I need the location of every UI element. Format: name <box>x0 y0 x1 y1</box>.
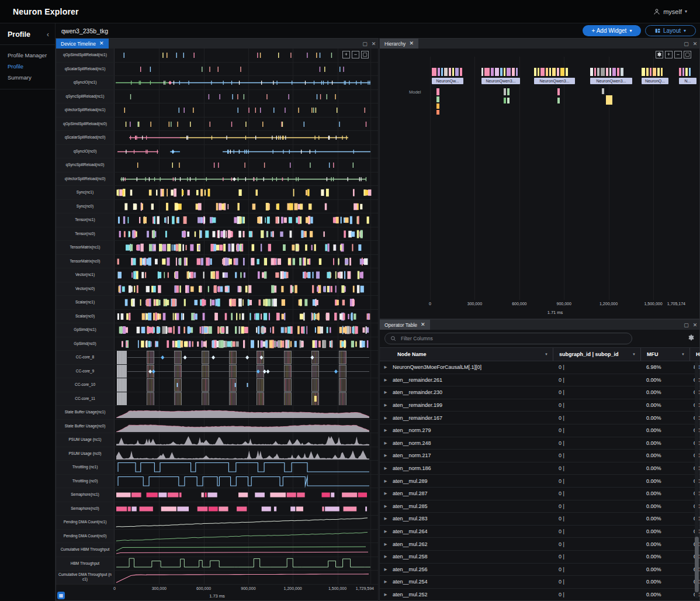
track-canvas[interactable] <box>115 49 374 62</box>
table-row[interactable]: ▶aten__norm.2480 |0.00%0.0 <box>380 437 699 450</box>
table-row[interactable]: ▶aten__mul.2620 |0.00%0.0 <box>380 538 699 551</box>
expand-row-icon[interactable]: ▶ <box>380 529 391 534</box>
scrollbar-thumb[interactable] <box>695 537 699 592</box>
profile-doc-tab[interactable]: qwen3_235b_tkg <box>56 27 114 34</box>
track-canvas[interactable] <box>115 213 374 227</box>
hierarchy-op-block[interactable] <box>566 68 568 76</box>
table-row[interactable]: ▶aten__mul.2640 |0.00%0.0 <box>380 526 699 538</box>
tab-operator-table[interactable]: Operator Table ✕ <box>380 320 430 330</box>
hierarchy-op-block[interactable] <box>653 68 656 76</box>
track-label[interactable]: qSyncIO(nc1) <box>56 76 115 89</box>
track-canvas[interactable] <box>115 420 374 433</box>
expand-row-icon[interactable]: ▶ <box>380 416 391 420</box>
track-label[interactable]: qScalarSpillReload(nc0) <box>56 131 115 144</box>
expand-row-icon[interactable]: ▶ <box>380 403 391 407</box>
table-row[interactable]: ▶aten__remainder.1670 |0.00%0.0 <box>380 412 699 424</box>
hierarchy-sub-block[interactable] <box>557 98 560 103</box>
hierarchy-op-block[interactable] <box>557 68 559 76</box>
track-canvas[interactable] <box>115 76 374 89</box>
track-canvas[interactable] <box>115 118 374 131</box>
maximize-panel-icon[interactable]: ▢ <box>361 39 369 49</box>
track-label[interactable]: Cumulative HBM Throughput <box>56 543 115 557</box>
track-canvas[interactable] <box>115 103 374 117</box>
hierarchy-op-block[interactable] <box>507 68 511 76</box>
hierarchy-sub-block[interactable] <box>436 88 439 95</box>
table-row[interactable]: ▶aten__mul.2870 |0.00%0.0 <box>380 488 699 500</box>
track-label[interactable]: qGpSimdSpillReload(nc1) <box>56 49 115 62</box>
track-label[interactable]: Pending DMA Count(nc1) <box>56 516 115 529</box>
track-canvas[interactable] <box>115 186 374 199</box>
sidebar-item-profile[interactable]: Profile <box>0 61 55 72</box>
hierarchy-op-block[interactable] <box>642 68 645 76</box>
track-label[interactable]: qVectorSpillReload(nc1) <box>56 103 115 117</box>
track-label[interactable]: qSyncIO(nc0) <box>56 145 115 158</box>
track-canvas[interactable] <box>115 90 374 103</box>
track-canvas[interactable] <box>115 296 374 309</box>
track-canvas[interactable] <box>115 63 374 76</box>
close-tab-icon[interactable]: ✕ <box>409 41 414 46</box>
expand-row-icon[interactable]: ▶ <box>380 579 391 584</box>
close-panel-icon[interactable]: ✕ <box>691 39 699 49</box>
hierarchy-op-block[interactable] <box>657 68 660 76</box>
sort-icon[interactable]: ▼ <box>632 353 636 356</box>
hierarchy-op-block[interactable] <box>504 68 505 76</box>
expand-row-icon[interactable]: ▶ <box>380 365 391 369</box>
expand-row-icon[interactable]: ▶ <box>380 554 391 559</box>
sidebar-item-profile-manager[interactable]: Profile Manager <box>0 50 55 61</box>
track-canvas[interactable] <box>115 200 374 213</box>
fit-view-button[interactable]: ▢ <box>684 51 691 58</box>
hierarchy-sub-block[interactable] <box>436 110 439 115</box>
table-row[interactable]: ▶aten__mul.2520 |0.00%0.0 <box>380 589 699 600</box>
hierarchy-op-block[interactable] <box>606 68 608 76</box>
track-label[interactable]: CC-core_11 <box>56 392 115 406</box>
hierarchy-node-label[interactable]: NeuronQ... <box>642 78 668 84</box>
track-canvas[interactable] <box>115 571 374 584</box>
hierarchy-op-block[interactable] <box>481 68 483 76</box>
hierarchy-op-block[interactable] <box>612 68 616 76</box>
hierarchy-sub-block[interactable] <box>507 98 510 103</box>
hierarchy-op-block[interactable] <box>455 68 459 76</box>
track-label[interactable]: Cumulative DMA Throughput (nc1) <box>56 571 115 584</box>
track-canvas[interactable] <box>115 255 374 268</box>
track-label[interactable]: Vector(nc1) <box>56 268 115 282</box>
track-label[interactable]: GpSimd(nc1) <box>56 323 115 337</box>
column-header-node-name[interactable]: Node Name ▼ <box>391 348 553 361</box>
expand-row-icon[interactable]: ▶ <box>380 542 391 547</box>
hierarchy-op-block[interactable] <box>682 68 684 76</box>
hierarchy-op-block[interactable] <box>552 68 556 76</box>
track-canvas[interactable] <box>115 378 374 392</box>
hierarchy-sub-block[interactable] <box>606 95 612 105</box>
expand-row-icon[interactable]: ▶ <box>380 390 391 395</box>
hierarchy-node-label[interactable]: NeuronQwen3... <box>481 78 520 84</box>
track-canvas[interactable] <box>115 310 374 323</box>
hierarchy-sub-block[interactable] <box>557 88 560 95</box>
hierarchy-op-block[interactable] <box>540 68 545 76</box>
track-label[interactable]: Semaphore(nc1) <box>56 488 115 502</box>
hierarchy-op-block[interactable] <box>444 68 448 76</box>
hierarchy-sub-block[interactable] <box>436 96 439 102</box>
track-canvas[interactable] <box>115 475 374 488</box>
track-label[interactable]: CC-core_8 <box>56 351 115 364</box>
track-label[interactable]: qSyncSpillReload(nc1) <box>56 90 115 103</box>
track-canvas[interactable] <box>115 365 374 378</box>
column-header-mfu[interactable]: MFU ▼ <box>640 348 689 361</box>
track-label[interactable]: CC-core_9 <box>56 365 115 378</box>
column-header-hf[interactable]: HF <box>689 348 700 361</box>
track-label[interactable]: CC-core_10 <box>56 378 115 392</box>
hierarchy-op-block[interactable] <box>590 68 593 76</box>
track-label[interactable]: qScalarSpillReload(nc1) <box>56 63 115 76</box>
hierarchy-op-block[interactable] <box>495 68 499 76</box>
hierarchy-op-block[interactable] <box>601 68 605 76</box>
track-canvas[interactable] <box>115 337 374 351</box>
expand-row-icon[interactable]: ▶ <box>380 466 391 471</box>
filter-columns-input[interactable] <box>400 335 626 342</box>
hierarchy-node-label[interactable]: N... <box>679 78 696 84</box>
track-canvas[interactable] <box>115 351 374 364</box>
track-canvas[interactable] <box>115 502 374 516</box>
hierarchy-op-block[interactable] <box>689 68 691 76</box>
hierarchy-op-block[interactable] <box>449 68 451 76</box>
table-row[interactable]: ▶aten__remainder.2610 |0.00%0.0 <box>380 374 699 387</box>
track-canvas[interactable] <box>115 530 374 543</box>
track-canvas[interactable] <box>115 488 374 502</box>
sort-icon[interactable]: ▼ <box>681 353 685 356</box>
